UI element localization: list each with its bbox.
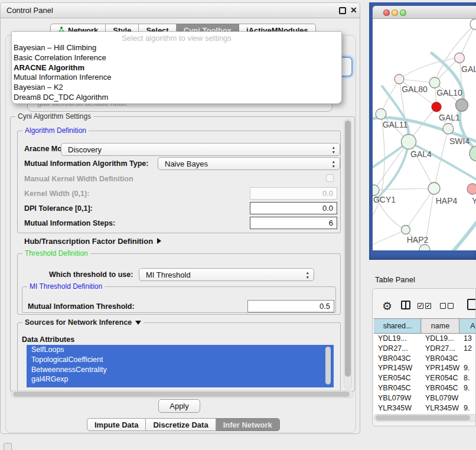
settings-scrollbar-thumb[interactable] bbox=[345, 120, 351, 377]
node-hap2[interactable] bbox=[402, 226, 410, 234]
table-cell bbox=[459, 393, 476, 403]
column-header-a[interactable]: A bbox=[459, 319, 476, 333]
attribute-item-topologicalcoefficient[interactable]: TopologicalCoefficient bbox=[27, 355, 334, 365]
tab-infer-network[interactable]: Infer Network bbox=[216, 418, 280, 431]
mi-threshold-label: Mutual Information Threshold: bbox=[28, 302, 135, 311]
float-panel-icon[interactable] bbox=[339, 7, 346, 14]
apply-button[interactable]: Apply bbox=[158, 399, 200, 413]
node-label-gal80: GAL80 bbox=[402, 84, 428, 94]
settings-hscrollbar-thumb[interactable] bbox=[13, 392, 350, 397]
control-panel-title: Control Panel bbox=[6, 6, 53, 15]
node-label-gcy1: GCY1 bbox=[373, 195, 396, 204]
table-row[interactable]: YDL19...YDL19...13 bbox=[374, 334, 476, 344]
node-gal1-red[interactable] bbox=[432, 102, 441, 112]
manual-kernel-label: Manual Kernel Width Definition bbox=[24, 175, 133, 183]
tab-impute-data[interactable]: Impute Data bbox=[87, 418, 146, 431]
node-gray[interactable] bbox=[456, 99, 468, 112]
minimized-panel-icon[interactable] bbox=[4, 443, 12, 450]
node-gal11[interactable] bbox=[376, 109, 386, 119]
attributes-scrollbar-thumb[interactable] bbox=[325, 347, 331, 384]
unchecked-box-icon[interactable] bbox=[440, 303, 446, 309]
tab-label: Infer Network bbox=[223, 420, 272, 429]
close-icon[interactable]: ✕ bbox=[350, 5, 357, 15]
network-canvas[interactable]: GALGAL80GAL10GAL1GAL11GAL4SWI4GCY1HAP4YH… bbox=[373, 19, 476, 250]
zoom-window-icon[interactable] bbox=[400, 9, 406, 16]
table-row[interactable]: YLR345WYLR345W9. bbox=[374, 403, 476, 413]
hub-definition-toggle[interactable]: Hub/Transcription Factor Definition bbox=[24, 237, 161, 246]
node-label-gal: GAL bbox=[461, 64, 476, 74]
table-cell: YDL19... bbox=[374, 334, 421, 344]
table-row[interactable]: YDR27...YDR27...12 bbox=[374, 344, 476, 354]
algorithm-prompt: Select algorithm to view settings bbox=[12, 32, 341, 43]
algorithm-option-bayesian-k2[interactable]: Bayesian – K2 bbox=[12, 83, 341, 93]
chevron-right-icon bbox=[157, 238, 161, 244]
algorithm-option-aracne-algorithm[interactable]: ARACNE Algorithm bbox=[12, 63, 341, 73]
table-cell: 9. bbox=[459, 383, 476, 393]
close-window-icon[interactable] bbox=[383, 9, 390, 16]
attribute-item-selfloops[interactable]: SelfLoops bbox=[27, 345, 334, 355]
node-bottom-green[interactable] bbox=[419, 244, 430, 250]
minimize-window-icon[interactable] bbox=[392, 9, 398, 16]
mi-steps-field[interactable]: 6 bbox=[250, 217, 337, 229]
dpi-tolerance-value: 0.0 bbox=[322, 204, 333, 213]
table-cell: YBL079W bbox=[374, 393, 421, 403]
node-gal2[interactable] bbox=[455, 53, 465, 63]
algorithm-option-basic-correlation-inference[interactable]: Basic Correlation Inference bbox=[12, 53, 341, 63]
column-header-name[interactable]: name bbox=[421, 319, 459, 333]
table-cell: YDR27... bbox=[421, 344, 459, 354]
algorithm-option-bayesian-hill-climbing[interactable]: Bayesian – Hill Climbing bbox=[12, 43, 341, 53]
table-header-row: shared...nameA bbox=[374, 318, 476, 334]
table-row[interactable]: YBL079WYBL079W bbox=[374, 393, 476, 403]
node-label-hap4: HAP4 bbox=[436, 196, 458, 206]
attribute-item-gal4rgexp[interactable]: gal4RGexp bbox=[27, 374, 334, 384]
node-mid-green[interactable] bbox=[443, 123, 454, 134]
tab-label: Impute Data bbox=[94, 420, 138, 429]
node-label-swi4: SWI4 bbox=[449, 136, 470, 146]
checked-box-icon[interactable]: ✓ bbox=[418, 303, 423, 309]
dpi-tolerance-field[interactable]: 0.0 bbox=[250, 202, 337, 214]
document-icon[interactable] bbox=[467, 299, 476, 310]
table-panel-title: Table Panel bbox=[375, 275, 415, 284]
manual-kernel-checkbox[interactable] bbox=[326, 174, 334, 182]
sources-group-title[interactable]: Sources for Network Inference bbox=[22, 318, 144, 327]
mi-threshold-field[interactable]: 0.5 bbox=[247, 300, 334, 312]
table-hscrollbar-thumb[interactable] bbox=[376, 415, 470, 420]
table-row[interactable]: YER054CYER054C8. bbox=[374, 373, 476, 383]
algorithm-option-dream8-dc-tdc-algorithm[interactable]: Dream8 DC_TDC Algorithm bbox=[12, 93, 341, 103]
which-threshold-combo[interactable]: MI Threshold ▲▼ bbox=[139, 268, 314, 281]
checked-box-icon[interactable]: ✓ bbox=[425, 303, 431, 309]
algorithm-dropdown-popup: Select algorithm to view settings Bayesi… bbox=[11, 31, 342, 104]
algorithm-option-mutual-information-inference[interactable]: Mutual Information Inference bbox=[12, 73, 341, 83]
gear-icon[interactable]: ⚙ bbox=[382, 299, 392, 313]
column-header-shared[interactable]: shared... bbox=[374, 319, 421, 333]
table-row[interactable]: YBR045CYBR045C9. bbox=[374, 383, 476, 393]
network-view-window: GALGAL80GAL10GAL1GAL11GAL4SWI4GCY1HAP4YH… bbox=[369, 2, 476, 260]
table-row[interactable]: YPR145WYPR145W9. bbox=[374, 363, 476, 373]
node-label-y: Y bbox=[472, 196, 476, 206]
node-gcy1[interactable] bbox=[373, 185, 379, 195]
unchecked-box-icon[interactable] bbox=[448, 303, 454, 309]
tab-discretize-data[interactable]: Discretize Data bbox=[146, 418, 216, 431]
algorithm-definition-title: Algorithm Definition bbox=[22, 126, 89, 135]
aracne-mode-combo[interactable]: Discovery ▲▼ bbox=[61, 143, 340, 156]
node-gal80[interactable] bbox=[395, 74, 404, 84]
kernel-width-field[interactable]: 0.0 bbox=[250, 187, 337, 200]
node-right-green[interactable] bbox=[470, 146, 476, 161]
chevron-down-icon bbox=[135, 321, 141, 325]
teal-edge bbox=[451, 216, 476, 250]
table-panel: ⚙ ✓ ✓ shared...nameA YDL19...YDL19...13Y… bbox=[372, 288, 476, 426]
node-gal10[interactable] bbox=[429, 77, 440, 88]
node-label-gal1: GAL1 bbox=[439, 113, 460, 122]
mi-type-value: Naive Bayes bbox=[165, 159, 208, 168]
table-cell: 9. bbox=[459, 403, 476, 413]
node-gal4[interactable] bbox=[402, 135, 416, 149]
node-right-pink[interactable] bbox=[467, 184, 476, 194]
node-hap4[interactable] bbox=[428, 182, 440, 194]
table-row[interactable]: YBR043CYBR043C bbox=[374, 354, 476, 364]
attribute-item-betweennesscentrality[interactable]: BetweennessCentrality bbox=[27, 365, 334, 375]
columns-icon[interactable] bbox=[401, 301, 410, 309]
table-body: YDL19...YDL19...13YDR27...YDR27...12YBR0… bbox=[374, 334, 476, 414]
mi-type-combo[interactable]: Naive Bayes ▲▼ bbox=[158, 157, 340, 170]
network-window-titlebar[interactable] bbox=[373, 6, 476, 19]
apply-button-label: Apply bbox=[169, 402, 189, 410]
